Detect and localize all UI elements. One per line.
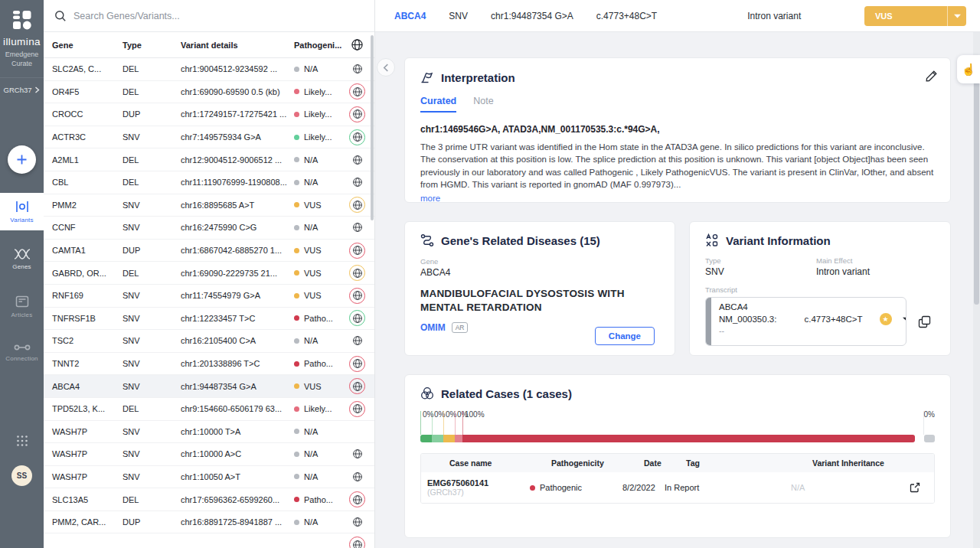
sidebar-item-label: Connection (5, 355, 38, 362)
pathogenicity-dot (294, 293, 299, 298)
pathogenicity-label: N/A (304, 449, 318, 458)
table-row[interactable]: PMM2 SNV chr16:8895685 A>T VUS (44, 194, 374, 217)
table-row[interactable] (44, 533, 374, 548)
cell-pathogenicity: N/A (294, 336, 340, 345)
cell-curation[interactable] (340, 106, 374, 122)
cell-curation[interactable] (340, 468, 374, 484)
tab-curated[interactable]: Curated (420, 96, 456, 113)
cell-curation[interactable] (340, 378, 374, 394)
open-case-button[interactable] (903, 482, 934, 493)
case-row[interactable]: EMG675060141 (GRCh37) Pathogenic 8/2/202… (421, 472, 934, 503)
cell-details: chr17:6596362-6599260... (181, 495, 294, 504)
col-details: Variant details (181, 41, 294, 50)
main-scrollbar-thumb[interactable] (974, 67, 979, 305)
cell-type: SNV (122, 291, 181, 300)
cell-type: SNV (122, 382, 181, 391)
pathogenicity-label: N/A (304, 517, 318, 527)
table-row[interactable]: TNFRSF1B SNV chr1:12233457 T>C Patho... (44, 308, 374, 331)
cell-curation[interactable] (340, 423, 374, 439)
pathogenicity-dot (294, 180, 299, 185)
cell-curation[interactable] (340, 175, 374, 191)
add-button[interactable] (8, 145, 36, 174)
cell-curation[interactable] (340, 537, 374, 548)
table-row[interactable]: CBL DEL chr11:119076999-1190808... N/A (44, 171, 374, 194)
cell-curation[interactable] (340, 243, 374, 259)
table-row[interactable]: WASH7P SNV chr1:10050 A>T N/A (44, 466, 374, 489)
user-avatar[interactable]: SS (11, 465, 32, 486)
cell-details: chr12:9004512-9006512 ... (181, 155, 294, 165)
table-row[interactable]: RNF169 SNV chr11:74554979 G>A VUS (44, 285, 374, 308)
genome-build-selector[interactable]: GRCh37 (0, 77, 44, 102)
transcript-caret[interactable] (903, 317, 906, 321)
cell-gene: PMM2 (52, 201, 122, 210)
omim-link[interactable]: OMIM (420, 322, 446, 333)
pathogenicity-dot (294, 225, 299, 230)
cell-curation[interactable] (340, 514, 374, 530)
cell-pathogenicity: N/A (294, 517, 340, 527)
variant-gene-link[interactable]: ABCA4 (394, 11, 426, 21)
cell-curation[interactable] (340, 61, 374, 77)
pathogenicity-label: Patho... (304, 314, 333, 323)
cell-curation[interactable] (340, 197, 374, 213)
table-row[interactable]: CCNF SNV chr16:2475990 C>G N/A (44, 217, 374, 240)
table-row[interactable]: SLC2A5, C... DEL chr1:9004512-9234592 ..… (44, 58, 374, 81)
cell-curation[interactable] (340, 446, 374, 462)
table-row[interactable]: WASH7P SNV chr1:10000 T>A N/A (44, 421, 374, 444)
sidebar-item-variants[interactable]: Variants (0, 193, 44, 230)
table-row[interactable]: CROCC DUP chr1:17249157-17275421 ... Lik… (44, 103, 374, 126)
cell-gene: OR4F5 (52, 87, 122, 96)
table-scrollbar[interactable] (371, 35, 374, 220)
cell-type: DEL (122, 64, 181, 73)
main-scrollbar-track[interactable] (973, 32, 980, 548)
table-row[interactable]: ACTR3C SNV chr7:149575934 G>A Likely... (44, 126, 374, 149)
quick-actions-tab[interactable]: ☝ (957, 55, 980, 83)
table-row[interactable]: CAMTA1 DUP chr1:6867042-6885270 1... VUS (44, 240, 374, 263)
cell-curation[interactable] (340, 356, 374, 372)
classification-button[interactable]: VUS (864, 6, 966, 26)
cell-curation[interactable] (340, 129, 374, 145)
classification-dropdown[interactable] (947, 6, 966, 26)
table-row[interactable]: PMM2, CAR... DUP chr16:8891725-8941887 .… (44, 511, 374, 534)
pathogenicity-dot (294, 67, 299, 72)
copy-transcript-button[interactable] (918, 315, 931, 328)
variants-icon (15, 201, 30, 213)
col-curation-globe[interactable] (340, 38, 374, 51)
sidebar-item-connection[interactable]: Connection (0, 336, 44, 369)
collapse-panel-button[interactable] (377, 58, 395, 77)
cell-curation[interactable] (340, 83, 374, 99)
pathogenicity-dot (294, 520, 299, 525)
table-row[interactable]: TSC2 SNV chr16:2105400 C>A N/A (44, 330, 374, 353)
table-row[interactable]: GABRD, OR... DEL chr1:69090-2229735 21..… (44, 262, 374, 285)
more-link[interactable]: more (420, 194, 440, 203)
cell-curation[interactable] (340, 401, 374, 417)
search-input[interactable] (74, 11, 364, 21)
cell-curation[interactable] (340, 310, 374, 326)
cell-curation[interactable] (340, 265, 374, 281)
edit-interpretation-button[interactable] (925, 70, 938, 86)
variant-location: chr1:94487354 G>A (491, 11, 573, 21)
cell-gene: CAMTA1 (52, 246, 122, 255)
transcript-selector[interactable]: ABCA4 NM_000350.3: c.4773+48C>T ★ -- (705, 297, 906, 346)
cell-curation[interactable] (340, 152, 374, 168)
sidebar-item-articles[interactable]: Articles (0, 288, 44, 325)
table-row[interactable]: A2ML1 DEL chr12:9004512-9006512 ... N/A (44, 148, 374, 171)
cell-gene: RNF169 (52, 291, 122, 300)
cell-curation[interactable] (340, 220, 374, 236)
table-row[interactable]: TNNT2 SNV chr1:201338896 T>C Patho... (44, 353, 374, 376)
sidebar-item-genes[interactable]: Genes (0, 241, 44, 277)
tab-note[interactable]: Note (473, 96, 493, 113)
cell-curation[interactable] (340, 288, 374, 304)
table-row[interactable]: SLC13A5 DEL chr17:6596362-6599260... Pat… (44, 488, 374, 511)
cell-details: chr7:149575934 G>A (181, 132, 294, 142)
table-row[interactable]: OR4F5 DEL chr1:69090-69590 0.5 (kb) Like… (44, 81, 374, 104)
main-effect-value: Intron variant (816, 266, 935, 277)
apps-grid-icon[interactable] (0, 435, 44, 447)
change-disease-button[interactable]: Change (595, 327, 655, 345)
related-diseases-card: Gene's Related Diseases (15) Gene ABCA4 … (404, 221, 675, 356)
table-row[interactable]: WASH7P SNV chr1:10000 A>C N/A (44, 443, 374, 466)
cell-curation[interactable] (340, 491, 374, 507)
table-row[interactable]: TPD52L3, K... DEL chr9:154660-6506179 63… (44, 398, 374, 421)
table-row[interactable]: ABCA4 SNV chr1:94487354 G>A VUS (44, 375, 374, 398)
inheritance-badge: AR (452, 322, 469, 333)
cell-curation[interactable] (340, 333, 374, 349)
